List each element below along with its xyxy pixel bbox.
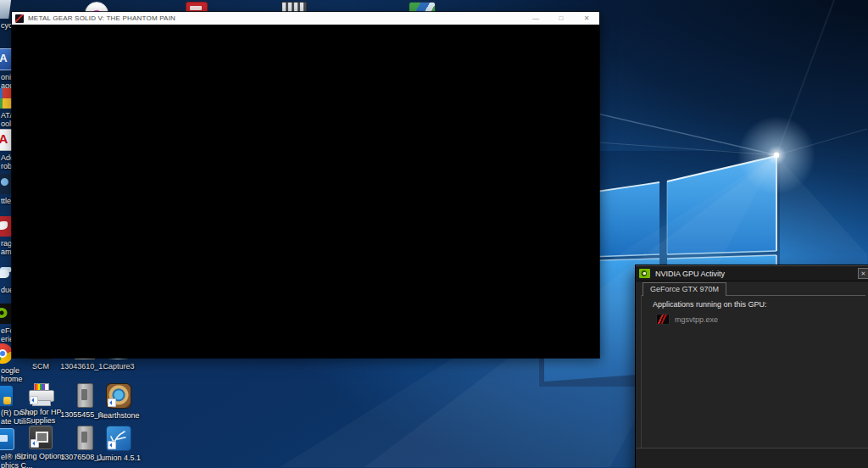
- desktop-icon-sizing-options[interactable]: Sizing Options: [15, 426, 66, 460]
- nvidia-logo-icon: [639, 269, 650, 278]
- recycle-bin-icon: [0, 0, 13, 19]
- tab-page-border: [641, 295, 642, 448]
- dragon-gaming-icon: [0, 216, 13, 237]
- sizing-options-icon: [29, 426, 53, 449]
- desktop-icon-shop-hp[interactable]: Shop for HP Supplies: [15, 383, 66, 425]
- mgsv-process-icon: [656, 314, 670, 325]
- close-button[interactable]: ✕: [574, 12, 599, 25]
- file-icon: [77, 383, 93, 408]
- nvidia-window-titlebar[interactable]: NVIDIA GPU Activity ✕: [636, 266, 868, 281]
- nvidia-gpu-activity-window: NVIDIA GPU Activity ✕ GeForce GTX 970M A…: [636, 265, 868, 468]
- gpu-process-row: mgsvtpp.exe: [656, 314, 718, 325]
- hearthstone-icon: [106, 383, 131, 409]
- game-window-titlebar[interactable]: METAL GEAR SOLID V: THE PHANTOM PAIN — □…: [12, 12, 599, 25]
- nvidia-window-title: NVIDIA GPU Activity: [655, 270, 858, 278]
- tab-geforce-gtx-970m[interactable]: GeForce GTX 970M: [643, 282, 726, 296]
- geforce-icon: [0, 304, 13, 324]
- shortcut-arrow-icon: [30, 396, 38, 404]
- gpu-apps-heading: Applications running on this GPU:: [653, 300, 767, 309]
- shortcut-arrow-icon: [31, 439, 39, 448]
- minimize-button[interactable]: —: [523, 12, 548, 25]
- maximize-button[interactable]: □: [548, 12, 574, 25]
- printer-icon: [29, 383, 53, 405]
- desktop: cycle A onisage ATAoolB A Adobrob... ttl…: [0, 0, 868, 468]
- file-icon: [77, 426, 93, 450]
- intel-driver-icon: [0, 386, 13, 406]
- game-window: METAL GEAR SOLID V: THE PHANTOM PAIN — □…: [12, 12, 599, 358]
- close-icon[interactable]: ✕: [858, 268, 868, 279]
- desktop-icon-hearthstone[interactable]: Hearthstone: [93, 383, 144, 420]
- toolbox-icon: [0, 88, 13, 109]
- chrome-icon: [0, 343, 13, 364]
- shortcut-arrow-icon: [108, 441, 116, 449]
- gpu-process-name: mgsvtpp.exe: [675, 315, 718, 324]
- mgsv-app-icon: [15, 14, 24, 23]
- intel-hd-icon: [0, 428, 14, 450]
- nvidia-window-footer: [636, 448, 868, 468]
- battle-net-icon: [0, 174, 13, 194]
- cloud-icon: [0, 263, 13, 283]
- shortcut-arrow-icon: [108, 398, 116, 407]
- lumion-icon: [106, 426, 131, 451]
- game-window-title: METAL GEAR SOLID V: THE PHANTOM PAIN: [28, 14, 523, 22]
- game-render-area: [12, 25, 599, 358]
- desktop-icon-lumion[interactable]: Lumion 4.5.1: [93, 426, 144, 462]
